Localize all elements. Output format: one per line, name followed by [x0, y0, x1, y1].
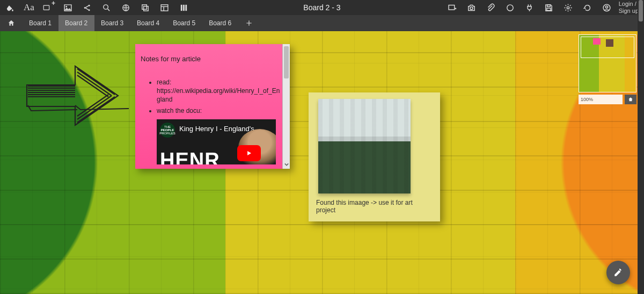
- svg-point-15: [507, 4, 513, 10]
- svg-point-20: [606, 5, 608, 8]
- columns-icon[interactable]: [174, 0, 193, 15]
- pink-note-title: Notes for my article: [141, 55, 280, 63]
- circle-icon[interactable]: [501, 0, 520, 15]
- plug-icon[interactable]: [520, 0, 539, 15]
- zoom-level[interactable]: 100%: [579, 95, 623, 104]
- svg-rect-10: [180, 4, 182, 10]
- tab-label: Board 1: [29, 19, 52, 27]
- yellow-note-caption: Found this imaage -> use it for art proj…: [313, 199, 436, 214]
- pink-note-list: read: https://en.wikipedia.org/wiki/Henr…: [141, 78, 280, 115]
- top-toolbar: Aa + Board 2 - 3 Login / Sign up: [0, 0, 644, 15]
- board-title: Board 2 - 3: [303, 3, 340, 12]
- video-thumbnail[interactable]: THE PEOPLE PROFILES King Henry I - Engla…: [157, 119, 276, 164]
- svg-point-14: [470, 6, 473, 9]
- svg-rect-11: [183, 4, 185, 10]
- svg-rect-0: [43, 5, 49, 10]
- note-image[interactable]: [318, 99, 411, 193]
- layout-icon[interactable]: [155, 0, 174, 15]
- edit-fab[interactable]: [606, 261, 630, 284]
- tab-board-5[interactable]: Board 5: [166, 15, 202, 31]
- pink-note[interactable]: Notes for my article read: https://en.wi…: [135, 44, 290, 169]
- tab-board-3[interactable]: Board 3: [94, 15, 130, 31]
- add-board-icon[interactable]: [443, 0, 462, 15]
- fit-to-screen-icon[interactable]: [625, 95, 636, 104]
- image-icon[interactable]: [58, 0, 77, 15]
- login-link[interactable]: Login /: [619, 1, 639, 8]
- main-scrollbar-thumb[interactable]: [639, 0, 643, 21]
- share-icon[interactable]: [77, 0, 97, 15]
- svg-point-18: [567, 6, 569, 9]
- attachment-icon[interactable]: [481, 0, 501, 15]
- home-icon[interactable]: [0, 15, 23, 31]
- bullet-lead: read:: [157, 78, 171, 86]
- list-item: read: https://en.wikipedia.org/wiki/Henr…: [157, 78, 280, 104]
- bullet-link[interactable]: https://en.wikipedia.org/wiki/Henry_I_of…: [157, 87, 280, 103]
- scrollbar-thumb[interactable]: [284, 46, 289, 78]
- play-icon[interactable]: [237, 145, 261, 161]
- svg-point-5: [103, 4, 108, 9]
- minimap-view[interactable]: [579, 34, 636, 92]
- tab-board-4[interactable]: Board 4: [130, 15, 166, 31]
- add-sticky-icon[interactable]: +: [39, 0, 58, 15]
- svg-rect-12: [185, 4, 187, 10]
- refresh-icon[interactable]: [578, 0, 597, 15]
- svg-rect-13: [449, 5, 455, 10]
- svg-point-2: [84, 6, 85, 8]
- main-scrollbar[interactable]: [638, 0, 644, 294]
- tab-label: Board 5: [173, 19, 195, 27]
- tab-label: Board 4: [137, 19, 159, 27]
- text-tool-icon[interactable]: Aa: [19, 0, 39, 15]
- tab-board-2[interactable]: Board 2: [58, 15, 94, 31]
- search-icon[interactable]: [97, 0, 116, 15]
- svg-rect-16: [547, 4, 551, 6]
- minimap-image-marker: [606, 39, 613, 47]
- gear-icon[interactable]: [559, 0, 578, 15]
- list-item: watch the docu:: [157, 106, 280, 115]
- tab-board-1[interactable]: Board 1: [23, 15, 58, 31]
- paint-bucket-icon[interactable]: [0, 0, 19, 15]
- svg-rect-17: [547, 8, 551, 10]
- svg-point-1: [65, 5, 67, 7]
- copy-icon[interactable]: [135, 0, 155, 15]
- board-canvas[interactable]: Notes for my article read: https://en.wi…: [0, 31, 644, 294]
- arrow-drawing[interactable]: [21, 53, 129, 139]
- signup-link[interactable]: Sign up: [619, 8, 639, 15]
- video-bigtext: HENR: [160, 149, 220, 164]
- svg-rect-7: [142, 4, 147, 9]
- minimap[interactable]: 100%: [579, 34, 636, 104]
- board-tabbar: Board 1 Board 2 Board 3 Board 4 Board 5 …: [0, 15, 644, 31]
- svg-rect-8: [143, 6, 148, 11]
- scroll-down-icon[interactable]: [284, 161, 289, 168]
- user-icon[interactable]: [597, 0, 617, 15]
- tab-label: Board 2: [65, 19, 87, 27]
- camera-icon[interactable]: [462, 0, 481, 15]
- globe-icon[interactable]: [116, 0, 135, 15]
- svg-rect-9: [161, 4, 168, 10]
- add-tab-icon[interactable]: [238, 15, 260, 31]
- yellow-note[interactable]: Found this imaage -> use it for art proj…: [309, 92, 440, 221]
- tab-label: Board 3: [101, 19, 123, 27]
- tab-label: Board 6: [209, 19, 231, 27]
- tab-board-6[interactable]: Board 6: [202, 15, 238, 31]
- svg-point-3: [88, 4, 90, 6]
- save-icon[interactable]: [539, 0, 559, 15]
- minimap-pink-marker: [593, 38, 601, 45]
- channel-badge-icon: THE PEOPLE PROFILES: [160, 123, 175, 138]
- svg-point-4: [88, 9, 90, 11]
- note-scrollbar[interactable]: [282, 44, 290, 169]
